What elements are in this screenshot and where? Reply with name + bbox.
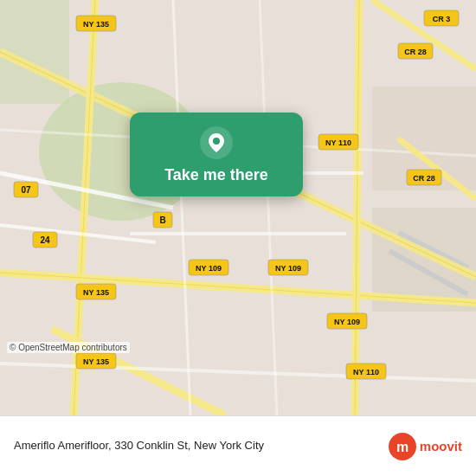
- svg-text:NY 135: NY 135: [83, 20, 109, 29]
- moovit-logo: m moovit: [389, 433, 462, 460]
- svg-text:24: 24: [40, 235, 50, 245]
- moovit-logo-icon: m: [389, 433, 416, 460]
- svg-text:NY 109: NY 109: [196, 264, 222, 273]
- take-me-there-label: Take me there: [164, 166, 268, 184]
- svg-text:07: 07: [21, 185, 31, 195]
- copyright-notice: © OpenStreetMap contributors: [7, 342, 130, 353]
- svg-rect-2: [0, 0, 69, 104]
- location-pin-icon: [200, 126, 233, 159]
- take-me-there-card[interactable]: Take me there: [130, 113, 303, 196]
- svg-point-55: [213, 138, 220, 145]
- moovit-text: moovit: [420, 439, 462, 453]
- address-label: Ameriflo Amerifloor, 330 Conklin St, New…: [14, 438, 389, 453]
- svg-text:B: B: [159, 215, 165, 225]
- svg-text:NY 135: NY 135: [83, 288, 109, 297]
- bottom-info-bar: Ameriflo Amerifloor, 330 Conklin St, New…: [0, 415, 476, 476]
- svg-text:NY 109: NY 109: [275, 264, 301, 273]
- svg-text:NY 135: NY 135: [83, 357, 109, 366]
- svg-text:m: m: [396, 440, 408, 454]
- svg-text:CR 28: CR 28: [413, 174, 435, 183]
- map-view[interactable]: NY 135 NY 135 NY 135 NY 109 NY 109 NY 10…: [0, 0, 476, 415]
- svg-text:CR 3: CR 3: [433, 15, 451, 23]
- svg-text:CR 28: CR 28: [404, 48, 427, 56]
- svg-text:NY 110: NY 110: [353, 368, 379, 376]
- svg-text:NY 110: NY 110: [325, 138, 351, 147]
- svg-text:NY 109: NY 109: [334, 318, 360, 326]
